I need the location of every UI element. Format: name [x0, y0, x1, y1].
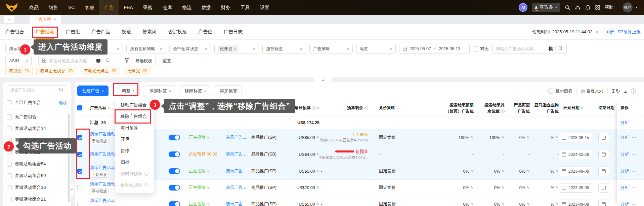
more-actions-icon[interactable] — [632, 169, 636, 174]
start-date-picker[interactable]: 2023-09-08 — [559, 183, 592, 193]
portfolio-item[interactable]: 无广告组合 — [7, 113, 67, 121]
service-status[interactable]: 正在投放 — [189, 185, 226, 191]
adjust-menu-item[interactable]: 自动化规则 — [115, 179, 154, 191]
edit-icon[interactable] — [527, 135, 530, 140]
filter-template-button[interactable]: 筛选模板 — [121, 56, 156, 66]
edit-icon[interactable] — [556, 135, 559, 140]
more-actions-icon[interactable] — [632, 202, 636, 206]
topnav-item[interactable]: 工具 — [235, 0, 255, 15]
remove-tag-button[interactable]: 移除标签 — [180, 85, 211, 96]
portfolio-link[interactable]: 演示广告... — [226, 135, 246, 140]
download-icon[interactable] — [624, 89, 627, 93]
row-checkbox[interactable] — [77, 152, 82, 157]
subnav-item[interactable]: 否定投放 — [168, 29, 187, 35]
edit-icon[interactable] — [502, 185, 505, 190]
search-icon[interactable] — [105, 58, 111, 64]
analyze-link[interactable]: 分析 — [620, 120, 629, 126]
chevron-down-icon[interactable] — [596, 30, 598, 34]
portfolio-checkbox[interactable] — [7, 173, 12, 178]
start-date-picker[interactable]: 2023-09-08 — [559, 200, 592, 206]
table-row[interactable]: 演示广告活动手动投放 正在投放 演示广告... 商品推广(SP) US$5.00… — [75, 129, 644, 146]
portfolio-search-input[interactable] — [10, 88, 57, 93]
search-icon[interactable] — [59, 87, 64, 93]
portfolio-item[interactable]: 赛狐活动组合14 — [7, 125, 67, 132]
subnav-item[interactable]: 广告组 — [66, 29, 80, 35]
service-status-select[interactable]: 服务状态 — [262, 44, 306, 54]
app-logo-fox-icon[interactable] — [5, 3, 20, 12]
edit-icon[interactable] — [471, 202, 474, 206]
enabled-toggle[interactable] — [169, 185, 180, 191]
search-icon[interactable] — [558, 46, 563, 52]
edit-icon[interactable] — [556, 185, 559, 190]
edit-icon[interactable] — [502, 169, 505, 173]
bell-icon[interactable] — [585, 5, 591, 10]
row-checkbox[interactable] — [77, 135, 82, 140]
portfolio-checkbox[interactable] — [7, 162, 12, 167]
headset-support-icon[interactable] — [575, 5, 581, 10]
sp-budget-cap-link[interactable]: SP预算上限 — [617, 29, 641, 35]
search-icon[interactable] — [565, 5, 570, 10]
sort-icon[interactable] — [581, 106, 583, 110]
analyze-link[interactable]: 分析 — [620, 168, 629, 174]
refresh-icon[interactable] — [616, 88, 620, 94]
subnav-item[interactable]: 广告活动 — [36, 29, 54, 35]
edit-icon[interactable] — [316, 169, 319, 173]
batch-search-box[interactable]: 精 — [38, 56, 114, 66]
table-row[interactable]: 演示广告活动 超出预算 08:02 演示广告... 品牌推广(SB) US$4.… — [75, 146, 644, 163]
topnav-item[interactable]: 仓库 — [158, 0, 177, 15]
campaign-link[interactable]: 演示广告活动 — [90, 131, 115, 137]
topnav-item[interactable]: 财务 — [216, 0, 235, 15]
portfolio-checkbox[interactable] — [7, 114, 12, 119]
asin-select[interactable]: ASIN — [5, 56, 32, 66]
topnav-item[interactable]: 销售 — [44, 0, 63, 15]
campaign-link[interactable]: 演示广告活动 — [90, 181, 115, 187]
row-checkbox[interactable] — [77, 185, 82, 190]
topnav-item[interactable]: 设置 — [255, 0, 274, 15]
analyze-link[interactable]: 分析 — [620, 201, 629, 206]
help-link[interactable]: 帮助 — [605, 4, 613, 10]
sync-link[interactable]: 同步 — [605, 29, 614, 35]
end-date-picker[interactable] — [598, 167, 609, 176]
confirm-button[interactable]: 确认 — [58, 100, 67, 106]
enabled-toggle[interactable] — [169, 201, 180, 206]
end-date-picker[interactable] — [598, 133, 609, 142]
topnav-item[interactable]: VC — [63, 0, 80, 15]
adjust-menu-item[interactable]: 移动广告组合 — [115, 99, 154, 111]
remove-filter-icon[interactable] — [234, 46, 236, 51]
edit-icon[interactable] — [316, 202, 319, 206]
quick-filter-chip[interactable]: 有点击无成交20 — [36, 67, 76, 75]
compare-checkbox[interactable]: 对比 — [473, 46, 489, 52]
end-date-picker[interactable] — [598, 183, 609, 193]
end-date-picker[interactable] — [598, 200, 609, 206]
adjust-menu-item[interactable]: 归档 — [115, 157, 154, 168]
adjust-menu-item[interactable]: 每日预算 — [115, 122, 154, 134]
home-tab-icon[interactable] — [4, 16, 14, 23]
service-status[interactable]: 超出预算 08:02 — [189, 151, 226, 157]
end-date-picker[interactable] — [598, 150, 609, 159]
subnav-item[interactable]: 广告日志 — [224, 29, 243, 35]
account-menu[interactable]: 账户 ▼ — [622, 2, 638, 12]
edit-icon[interactable] — [527, 169, 530, 173]
portfolio-link[interactable]: 演示广告... — [226, 168, 246, 174]
adjust-menu-item[interactable]: 分时调预算 — [115, 168, 154, 179]
select-all-portfolios-checkbox[interactable] — [7, 100, 12, 105]
subnav-item[interactable]: 广告组合 — [5, 29, 24, 35]
enabled-toggle[interactable] — [169, 168, 180, 174]
edit-icon[interactable] — [316, 152, 319, 157]
subnav-item[interactable]: 广告产品 — [91, 29, 110, 35]
start-date-picker[interactable]: 2023-09-15 — [559, 133, 592, 142]
campaign-status-select[interactable]: 已开启 — [214, 44, 259, 54]
campaign-name-input[interactable] — [496, 46, 546, 51]
more-actions-icon[interactable] — [632, 135, 636, 140]
fuzzy-match-toggle[interactable]: 模 — [549, 46, 553, 52]
campaign-name-search[interactable]: 模 — [492, 44, 567, 54]
edit-icon[interactable] — [471, 135, 474, 140]
campaign-link[interactable]: 演示广告活动 — [90, 165, 115, 171]
edit-icon[interactable] — [556, 202, 559, 206]
enabled-toggle[interactable] — [169, 135, 180, 140]
start-date-picker[interactable]: 2023-09-08 — [559, 167, 592, 176]
edit-icon[interactable] — [316, 185, 319, 190]
tab-ad-management[interactable]: 广告管理 — [30, 15, 61, 24]
portfolio-link[interactable]: 演示广告... — [226, 151, 246, 157]
service-status[interactable]: 正在投放 — [189, 168, 226, 174]
